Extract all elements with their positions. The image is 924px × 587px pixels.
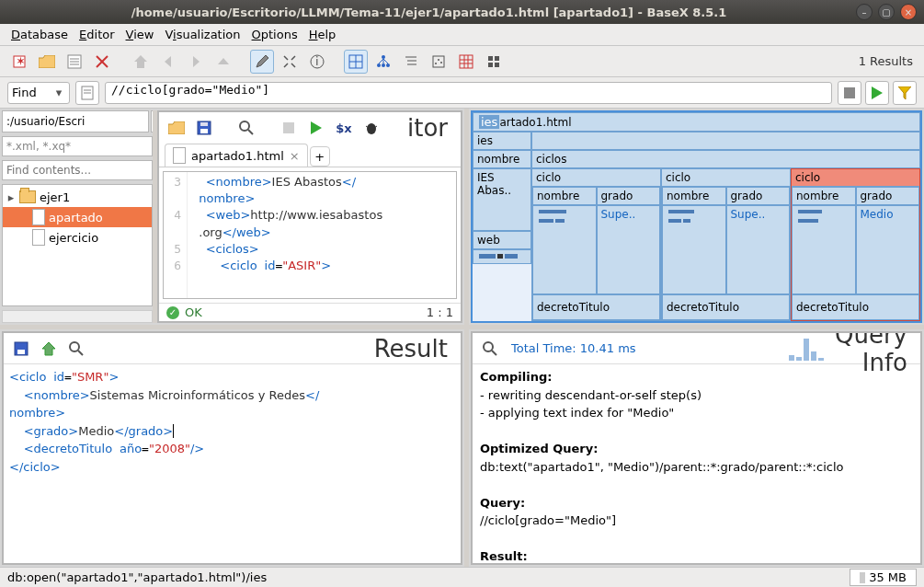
editor-tab[interactable]: apartado1.html ×: [165, 144, 308, 167]
visualization-panel[interactable]: iesiesartado1.htmlartado1.html ies nombr…: [471, 110, 922, 323]
result-search-button[interactable]: [64, 337, 88, 361]
queryinfo-search-button[interactable]: [478, 337, 502, 361]
viz-ciclo-2[interactable]: ciclo nombre grado Supe.. decretoTitulo: [661, 168, 791, 321]
menu-editor[interactable]: Editor: [75, 26, 118, 43]
horizontal-scrollbar[interactable]: [2, 310, 153, 323]
stop-button[interactable]: [838, 81, 861, 105]
minimize-button[interactable]: –: [856, 4, 873, 20]
svg-marker-2: [39, 55, 55, 68]
file-icon: [32, 229, 45, 246]
result-home-button[interactable]: [37, 337, 61, 361]
new-db-button[interactable]: ✶: [7, 50, 31, 74]
editor-debug-button[interactable]: [359, 116, 383, 140]
viz-ciclo-3-highlighted[interactable]: ciclo nombre grado Medio decretoTitulo: [791, 168, 920, 321]
editor-title: itor: [387, 114, 455, 142]
tree-label: apartado: [49, 211, 103, 224]
filter-button[interactable]: [893, 81, 917, 105]
menu-options[interactable]: Options: [248, 26, 302, 43]
editor-toolbar: $x itor: [159, 112, 461, 144]
close-db-button[interactable]: [90, 50, 114, 74]
properties-button[interactable]: [63, 50, 86, 74]
result-content[interactable]: <ciclo id="SMR"> <nombre>Sistemas Microi…: [4, 364, 461, 563]
up-button[interactable]: [211, 50, 235, 74]
editor-open-button[interactable]: [165, 116, 188, 140]
explorer-view-button[interactable]: [482, 50, 506, 74]
ok-icon: ✓: [166, 306, 179, 319]
svg-point-22: [386, 63, 390, 67]
editor-stop-button[interactable]: [277, 116, 301, 140]
menu-help[interactable]: Help: [305, 26, 340, 43]
query-bar: ▾: [0, 77, 924, 109]
table-view-button[interactable]: [454, 50, 478, 74]
menu-visualization[interactable]: Visualization: [161, 26, 244, 43]
forward-button[interactable]: [184, 50, 208, 74]
chevron-right-icon[interactable]: ▸: [6, 190, 16, 204]
editor-save-button[interactable]: [192, 116, 216, 140]
query-input[interactable]: [111, 83, 826, 97]
folder-icon: [19, 190, 36, 203]
svg-rect-48: [200, 122, 208, 126]
code-content[interactable]: <nombre>IES Abastos</ nombre> <web>http:…: [188, 172, 456, 298]
path-input[interactable]: [2, 110, 149, 132]
splitter[interactable]: [0, 325, 924, 329]
search-mode-input[interactable]: [12, 86, 52, 99]
svg-rect-57: [17, 350, 25, 354]
tree-row-file-selected[interactable]: apartado: [3, 207, 152, 227]
tree-view-button[interactable]: [371, 50, 395, 74]
svg-rect-30: [460, 55, 473, 68]
map-view-button[interactable]: [344, 50, 368, 74]
expand-button[interactable]: [278, 50, 302, 74]
maximize-button[interactable]: ▢: [878, 4, 895, 20]
svg-rect-26: [433, 56, 444, 67]
viz-ciclo-1[interactable]: ciclo nombre grado Supe.. decretoTitulo: [531, 168, 661, 321]
plot-view-button[interactable]: [427, 50, 451, 74]
edit-mode-button[interactable]: [250, 50, 274, 74]
svg-line-50: [248, 130, 253, 134]
tree-row-file[interactable]: ejercicio: [3, 227, 152, 247]
memory-indicator[interactable]: 35 MB: [850, 569, 917, 586]
result-title: Result: [92, 335, 455, 363]
open-db-button[interactable]: [35, 50, 59, 74]
find-contents-input[interactable]: [2, 160, 153, 180]
filter-input[interactable]: [2, 136, 153, 156]
chevron-down-icon[interactable]: ▾: [52, 86, 65, 99]
status-path: db:open("apartado1","apartado1.html")/ie…: [7, 570, 850, 584]
menu-view[interactable]: View: [122, 26, 158, 43]
tab-label: apartado1.html: [191, 149, 284, 163]
tree-row-folder[interactable]: ▸ ejer1: [3, 187, 152, 207]
file-tree[interactable]: ▸ ejer1 apartado ejercicio: [2, 184, 153, 306]
run-button[interactable]: [865, 81, 889, 105]
result-save-button[interactable]: [9, 337, 33, 361]
svg-marker-13: [257, 55, 268, 67]
splitter[interactable]: [464, 329, 469, 567]
folder-view-button[interactable]: [399, 50, 423, 74]
svg-rect-37: [488, 63, 493, 67]
code-editor[interactable]: 3 4 56 <nombre>IES Abastos</ nombre> <we…: [163, 171, 457, 299]
back-button[interactable]: [156, 50, 180, 74]
svg-line-60: [78, 351, 83, 355]
svg-rect-35: [488, 56, 493, 61]
svg-point-53: [367, 123, 376, 134]
viz-ies[interactable]: ies: [473, 132, 531, 150]
viz-web-bars: [473, 249, 531, 264]
tab-close-icon[interactable]: ×: [290, 149, 300, 163]
viz-root[interactable]: iesiesartado1.htmlartado1.html: [473, 112, 920, 132]
viz-ciclos-label[interactable]: ciclos: [531, 150, 920, 168]
home-button[interactable]: [129, 50, 153, 74]
text-view-button[interactable]: [75, 81, 99, 105]
new-tab-button[interactable]: +: [310, 146, 330, 167]
editor-vars-button[interactable]: $x: [332, 116, 356, 140]
close-button[interactable]: ×: [900, 4, 917, 20]
search-mode-combo[interactable]: ▾: [7, 82, 70, 104]
queryinfo-content[interactable]: Compiling: - rewriting descendant-or-sel…: [473, 364, 920, 563]
viz-ies-value[interactable]: IES Abas..: [473, 168, 531, 231]
editor-search-button[interactable]: [234, 116, 258, 140]
viz-web-label[interactable]: web: [473, 231, 531, 249]
info-button[interactable]: i: [305, 50, 329, 74]
viz-nombre-label[interactable]: nombre: [473, 150, 531, 168]
splitter[interactable]: [464, 109, 469, 325]
results-count: 1 Results: [859, 54, 917, 68]
menu-database[interactable]: Database: [7, 26, 72, 43]
svg-point-49: [240, 121, 249, 131]
editor-run-button[interactable]: [304, 116, 328, 140]
